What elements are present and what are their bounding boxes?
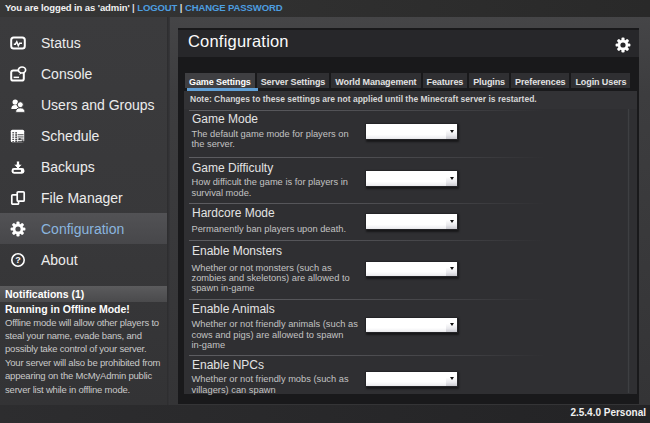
svg-text:?: ?: [15, 255, 21, 265]
